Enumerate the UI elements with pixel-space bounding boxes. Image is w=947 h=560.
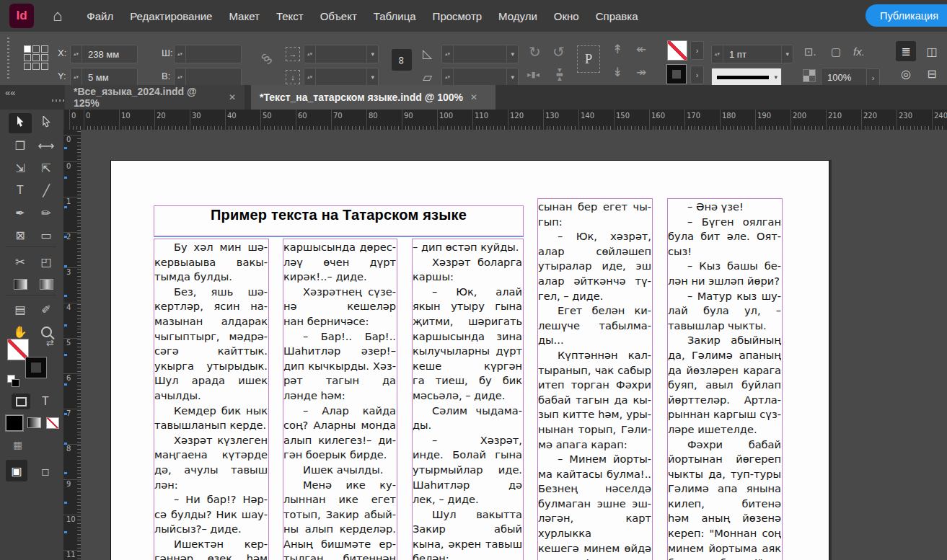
opacity-field[interactable]: 100% [821,68,867,86]
preview-mode-button[interactable]: ◻ [36,462,55,481]
stepper-icon[interactable]: ▴▾ [71,45,82,63]
column-text-frame-guide[interactable] [667,198,783,560]
text-wrap-none-button[interactable]: ≣ [896,41,916,61]
free-transform-tool[interactable]: ◰ [35,252,58,272]
stroke-color-swatch[interactable] [667,65,686,84]
x-field[interactable]: ▴▾ 238 мм [70,45,138,63]
text-wrap-object-shape-button[interactable]: ◎ [896,63,916,84]
formatting-affects-container-button[interactable] [12,394,30,409]
horizontal-guide[interactable] [154,236,524,237]
type-tool[interactable]: T [9,180,32,200]
column-text-frame-guide[interactable] [537,198,653,560]
flip-vertical-icon[interactable]: ▸▮◂ [556,68,564,81]
stroke-style-dropdown[interactable]: ▾ [711,68,782,86]
content-placer-tool[interactable]: ⇱ [35,158,58,178]
apply-color-button[interactable] [6,415,23,431]
document-canvas[interactable]: Пример текста на Татарском языке Бу хәл … [81,130,947,560]
stepper-icon[interactable]: ▴▾ [442,68,454,86]
note-tool[interactable]: ▤ [9,299,32,319]
column-text-frame-guide[interactable] [412,239,524,560]
reference-point-proxy[interactable] [24,45,48,70]
dropdown-arrow-icon[interactable]: ▾ [774,74,781,81]
publish-button[interactable]: Публикация [865,4,947,27]
screen-mode-grid-icon[interactable]: ▦ [13,440,22,450]
dropdown-arrow-icon[interactable]: ▾ [506,45,518,63]
stepper-icon[interactable]: ▴▾ [304,68,316,86]
menu-item-Текст[interactable]: Текст [276,10,304,22]
rectangle-tool[interactable]: ▭ [35,225,58,245]
constrain-scale-link-button[interactable]: ∞ [392,49,412,71]
menu-item-Макет[interactable]: Макет [229,10,259,22]
page-tool[interactable]: ❐ [9,135,32,156]
gap-tool[interactable]: ⟷ [35,135,58,156]
select-container-up-icon[interactable]: ↟ [612,43,622,55]
column-text-frame-guide[interactable] [154,239,269,560]
swap-fill-stroke-icon[interactable]: ⇄ [46,337,54,348]
select-next-object-icon[interactable]: ↠ [636,66,646,79]
menu-item-Редактирование[interactable]: Редактирование [130,10,212,22]
collapse-panel-icon[interactable]: «« [5,87,15,98]
stepper-icon[interactable]: ▴▾ [304,45,316,63]
gradient-swatch-tool[interactable] [9,274,32,294]
rotate-cw-icon[interactable]: ↻ [529,45,541,59]
width-field[interactable]: ▴▾ [174,45,242,63]
stepper-icon[interactable]: ▴▾ [71,68,82,86]
stroke-options-button[interactable]: › [690,66,704,84]
corner-shape-icon[interactable]: ▢ [831,46,841,57]
apply-none-button[interactable] [46,417,59,429]
y-field[interactable]: ▴▾ 5 мм [70,68,138,86]
frame-tool[interactable]: ⊠ [9,225,32,245]
toolbar-stroke-swatch[interactable] [26,357,46,378]
stroke-weight-field[interactable]: ▴▾ 1 пт ▾ [711,45,793,63]
scissors-tool[interactable]: ✂ [9,252,32,272]
panel-grip[interactable] [7,37,9,79]
scale-x-field[interactable]: ▴▾ ▾ [304,45,379,63]
tab-close-icon[interactable]: ✕ [470,92,477,102]
eyedropper-tool[interactable]: ✐ [35,299,58,319]
select-content-down-icon[interactable]: ↡ [612,66,622,79]
text-wrap-jump-button[interactable]: ⊟ [922,63,942,84]
flip-horizontal-icon[interactable]: ▸▮◂ [527,71,539,79]
tab-close-icon[interactable]: ✕ [229,92,236,102]
normal-view-mode-button[interactable]: ▣ [6,460,27,481]
dropdown-arrow-icon[interactable]: ▾ [366,45,378,63]
text-wrap-bounding-box-button[interactable]: ◫ [922,41,942,61]
effects-icon[interactable]: fx. [853,46,865,57]
title-text-frame-guide[interactable] [154,205,524,236]
apply-gradient-button[interactable] [27,417,41,428]
indesign-logo-icon[interactable]: Id [9,4,34,28]
constrain-dimensions-broken-link-icon[interactable]: § [259,51,274,66]
pencil-tool[interactable]: ✏ [35,203,58,223]
horizontal-ruler[interactable]: 0010203040506070809010011012013014015016… [63,110,947,130]
menu-item-Объект[interactable]: Объект [320,10,357,22]
document-tab[interactable]: *Все_языка_2024.indd @ 125%✕ [65,85,245,110]
selection-tool[interactable] [9,113,32,133]
menu-item-Просмотр[interactable]: Просмотр [433,10,483,22]
rotation-field[interactable]: ▴▾ ▾ [441,45,519,63]
menu-item-Таблица[interactable]: Таблица [374,10,416,22]
menu-item-Модули[interactable]: Модули [498,10,537,22]
content-collector-tool[interactable]: ⇲ [9,158,32,178]
menu-item-Файл[interactable]: Файл [87,10,113,22]
height-field[interactable]: ▴▾ [174,68,242,86]
column-text-frame-guide[interactable] [283,239,397,560]
stepper-icon[interactable]: ▴▾ [175,45,186,63]
home-icon[interactable]: ⌂ [53,8,62,24]
stepper-icon[interactable]: ▴▾ [175,68,186,86]
dropdown-arrow-icon[interactable]: ▾ [781,45,793,63]
scale-y-field[interactable]: ▴▾ ▾ [304,68,379,86]
dropdown-arrow-icon[interactable]: ▾ [366,68,378,86]
fill-options-button[interactable]: › [690,41,704,60]
opacity-icon[interactable] [803,69,816,82]
shear-field[interactable]: ▴▾ ▾ [441,68,519,86]
gradient-feather-tool[interactable] [35,274,58,294]
fill-color-swatch[interactable] [667,40,687,61]
default-fill-stroke-icon[interactable] [12,379,19,387]
select-previous-object-icon[interactable]: ↞ [636,43,646,55]
line-tool[interactable]: ╱ [35,180,58,200]
stepper-icon[interactable]: ▴▾ [442,45,454,63]
direct-selection-tool[interactable] [35,113,58,133]
vertical-ruler[interactable]: 001234567891011 [63,130,82,560]
document-tab[interactable]: *Текст_на_татарском языке.indd @ 100%✕ [251,85,495,110]
dropdown-arrow-icon[interactable]: ▾ [506,68,518,86]
